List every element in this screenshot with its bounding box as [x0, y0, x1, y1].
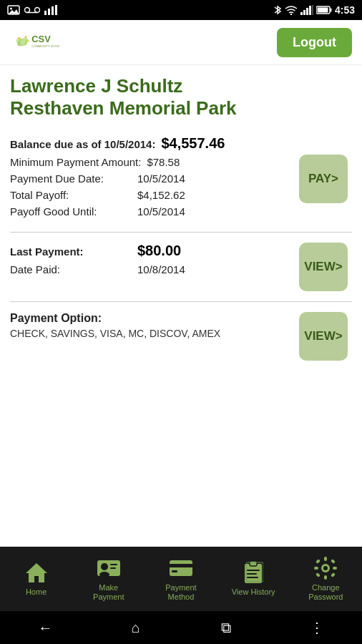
svg-text:COMMUNITY SOCIETY OF VIRGINIA: COMMUNITY SOCIETY OF VIRGINIA	[31, 44, 60, 48]
svg-rect-7	[48, 9, 50, 15]
total-payoff-row: Total Payoff: $4,152.62	[10, 189, 295, 201]
svg-rect-51	[331, 572, 336, 577]
nav-payment-method[interactable]: PaymentMethod	[149, 556, 213, 602]
nav-change-password-label: ChangePassword	[308, 583, 343, 602]
svg-rect-9	[55, 5, 57, 15]
date-paid-row: Date Paid: 10/8/2014	[10, 263, 295, 275]
last-payment-value: $80.00	[137, 243, 181, 259]
svg-rect-40	[247, 577, 258, 578]
svg-rect-46	[314, 567, 318, 570]
nav-payment-method-label: PaymentMethod	[165, 583, 196, 602]
view-payment-btn-area: VIEW>	[295, 243, 352, 291]
bars-icon	[44, 5, 57, 15]
payoff-good-value: 10/5/2014	[137, 205, 185, 218]
date-paid-value: 10/8/2014	[137, 263, 185, 275]
min-payment-value: $78.58	[147, 156, 180, 168]
status-bar: 4:53	[0, 0, 362, 20]
payment-due-row: Payment Due Date: 10/5/2014	[10, 172, 295, 185]
signal-icon	[300, 5, 313, 15]
svg-rect-18	[317, 8, 328, 13]
svg-rect-12	[303, 10, 305, 15]
svg-rect-50	[315, 572, 321, 577]
payment-due-label: Payment Due Date:	[10, 172, 132, 185]
status-right-icons: 4:53	[273, 4, 355, 16]
logout-button[interactable]: Logout	[277, 28, 352, 57]
svg-point-29	[101, 563, 108, 570]
svg-rect-17	[330, 9, 331, 12]
svg-rect-32	[110, 567, 116, 569]
clipboard-icon	[241, 560, 265, 585]
home-icon	[24, 560, 49, 585]
wifi-icon	[285, 5, 298, 15]
android-recents-button[interactable]: ⧉	[212, 620, 240, 636]
svg-rect-35	[172, 570, 177, 572]
svg-marker-27	[26, 563, 47, 582]
svg-rect-49	[331, 559, 336, 564]
min-payment-row: Minimum Payment Amount: $78.58	[10, 156, 295, 168]
nav-make-payment[interactable]: MakePayment	[77, 556, 141, 602]
pay-btn-area: PAY>	[295, 135, 352, 222]
nav-home[interactable]: Home	[4, 560, 69, 597]
svg-marker-2	[9, 9, 19, 14]
payment-option-info: Payment Option: CHECK, SAVINGS, VISA, MC…	[10, 312, 295, 361]
android-more-button[interactable]: ⋮	[303, 619, 331, 636]
last-payment-info: Last Payment: $80.00 Date Paid: 10/8/201…	[10, 243, 295, 291]
status-left-icons	[7, 5, 57, 15]
svg-rect-48	[315, 559, 321, 564]
voicemail-icon	[24, 6, 40, 14]
picture-icon	[7, 5, 20, 15]
svg-rect-45	[324, 575, 327, 580]
logo-area: CSV COMMUNITY SOCIETY OF VIRGINIA	[10, 26, 60, 59]
balance-info: Balance due as of 10/5/2014: $4,557.46 M…	[10, 135, 295, 222]
user-info: Lawrence J Schultz Resthaven Memorial Pa…	[0, 65, 362, 125]
svg-point-24	[28, 40, 29, 42]
svg-rect-14	[309, 6, 311, 15]
bottom-nav: Home MakePayment PaymentMethod	[0, 547, 362, 611]
svg-rect-11	[300, 12, 303, 15]
android-back-button[interactable]: ←	[31, 620, 59, 636]
payment-option-label: Payment Option:	[10, 312, 295, 325]
svg-rect-8	[52, 6, 54, 15]
svg-point-30	[99, 572, 109, 577]
battery-icon	[316, 6, 332, 14]
balance-row: Balance due as of 10/5/2014: $4,557.46	[10, 135, 295, 152]
status-time: 4:53	[335, 4, 355, 16]
last-payment-row: Last Payment: $80.00	[10, 243, 295, 259]
csv-logo: CSV COMMUNITY SOCIETY OF VIRGINIA	[10, 26, 60, 59]
svg-rect-33	[170, 560, 192, 576]
total-payoff-value: $4,152.62	[137, 189, 185, 201]
date-paid-label: Date Paid:	[10, 263, 132, 275]
view-option-btn-area: VIEW>	[295, 312, 352, 361]
svg-rect-47	[333, 567, 337, 570]
nav-change-password[interactable]: ChangePassword	[293, 556, 358, 602]
svg-rect-38	[247, 570, 260, 571]
svg-point-43	[323, 566, 328, 570]
svg-point-10	[290, 14, 292, 15]
svg-rect-13	[306, 8, 308, 15]
pay-button[interactable]: PAY>	[299, 155, 348, 203]
nav-make-payment-label: MakePayment	[93, 583, 124, 602]
android-home-button[interactable]: ⌂	[122, 620, 150, 636]
total-payoff-label: Total Payoff:	[10, 189, 132, 201]
last-payment-label: Last Payment:	[10, 245, 132, 258]
balance-section: Balance due as of 10/5/2014: $4,557.46 M…	[10, 125, 352, 233]
view-payment-button[interactable]: VIEW>	[299, 243, 348, 291]
svg-rect-6	[44, 11, 47, 15]
nav-view-history[interactable]: View History	[221, 560, 285, 597]
user-location: Resthaven Memorial Park	[10, 97, 352, 119]
main-content: Balance due as of 10/5/2014: $4,557.46 M…	[0, 125, 362, 547]
bluetooth-icon	[273, 4, 282, 16]
gear-icon	[313, 556, 338, 580]
svg-point-4	[35, 8, 40, 13]
person-card-icon	[97, 556, 121, 580]
android-nav: ← ⌂ ⧉ ⋮	[0, 611, 362, 644]
nav-home-label: Home	[26, 587, 47, 597]
user-name: Lawrence J Schultz	[10, 75, 352, 97]
payoff-good-label: Payoff Good Until:	[10, 205, 132, 218]
min-payment-label: Minimum Payment Amount:	[10, 156, 141, 168]
app-header: CSV COMMUNITY SOCIETY OF VIRGINIA Logout	[0, 20, 362, 65]
payoff-good-row: Payoff Good Until: 10/5/2014	[10, 205, 295, 218]
svg-rect-34	[170, 564, 192, 567]
payment-option-section: Payment Option: CHECK, SAVINGS, VISA, MC…	[10, 302, 352, 371]
view-option-button[interactable]: VIEW>	[299, 312, 348, 361]
